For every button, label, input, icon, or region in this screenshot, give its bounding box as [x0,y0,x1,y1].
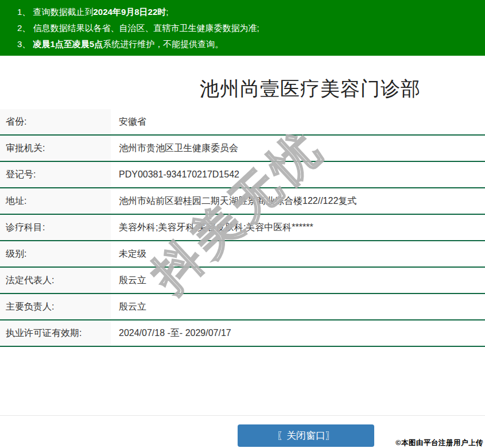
notice-line-3: 3、 凌晨1点至凌晨5点系统进行维护，不能提供查询。 [17,36,479,52]
footer-bar: 〖关闭窗口〗 ©本图由平台注册用户上传 [0,415,485,448]
page-title: 池州尚壹医疗美容门诊部 [0,56,485,109]
field-value: 2024/07/18 -至- 2029/07/17 [111,320,485,346]
notice-line-2: 2、 信息数据结果以各省、自治区、直辖市卫生健康委数据为准; [17,20,479,36]
field-label: 审批机关: [0,136,111,161]
field-value: PDY00381-934170217D1542 [111,162,485,187]
table-row-medical-subjects: 诊疗科目: 美容外科;美容牙科;美容皮肤科;美容中医科****** [0,215,485,241]
table-row-license-validity: 执业许可证有效期: 2024/07/18 -至- 2029/07/17 [0,320,485,347]
table-row-level: 级别: 未定级 [0,241,485,268]
table-row-main-person-in-charge: 主要负责人: 殷云立 [0,294,485,320]
notice-3-text: 3、 [17,39,33,49]
notice-3-suffix: 系统进行维护，不能提供查询。 [103,39,223,49]
field-value: 安徽省 [111,109,485,134]
notice-1-bold: 2024年9月8日22时 [94,7,166,17]
table-row-address: 地址: 池州市站前区碧桂园二期天湖胜景商业综合楼122//122复式 [0,188,485,215]
field-value: 池州市站前区碧桂园二期天湖胜景商业综合楼122//122复式 [111,188,485,214]
field-label: 法定代表人: [0,268,111,293]
notice-line-1: 1、 查询数据截止到2024年9月8日22时; [17,4,479,20]
field-label: 登记号: [0,162,111,187]
field-label: 诊疗科目: [0,215,111,240]
close-window-button[interactable]: 〖关闭窗口〗 [238,424,374,447]
table-row-province: 省份: 安徽省 [0,109,485,136]
table-row-registration-number: 登记号: PDY00381-934170217D1542 [0,162,485,188]
notice-1-suffix: ; [166,7,168,17]
notice-3-bold: 凌晨1点至凌晨5点 [33,39,103,49]
field-label: 级别: [0,241,111,267]
field-label: 地址: [0,188,111,214]
info-table: 省份: 安徽省 审批机关: 池州市贵池区卫生健康委员会 登记号: PDY0038… [0,109,485,347]
notice-2-text: 2、 信息数据结果以各省、自治区、直辖市卫生健康委数据为准; [17,23,259,33]
copyright-note: ©本图由平台注册用户上传 [395,438,483,448]
table-row-legal-representative: 法定代表人: 殷云立 [0,268,485,294]
field-value: 未定级 [111,241,485,267]
notice-banner: 1、 查询数据截止到2024年9月8日22时; 2、 信息数据结果以各省、自治区… [0,0,485,56]
field-value: 美容外科;美容牙科;美容皮肤科;美容中医科****** [111,215,485,240]
field-value: 池州市贵池区卫生健康委员会 [111,136,485,161]
field-label: 执业许可证有效期: [0,320,111,346]
field-value: 殷云立 [111,294,485,319]
field-label: 省份: [0,109,111,134]
field-label: 主要负责人: [0,294,111,319]
table-row-approval-authority: 审批机关: 池州市贵池区卫生健康委员会 [0,136,485,162]
notice-1-text: 1、 查询数据截止到 [17,7,94,17]
field-value: 殷云立 [111,268,485,293]
